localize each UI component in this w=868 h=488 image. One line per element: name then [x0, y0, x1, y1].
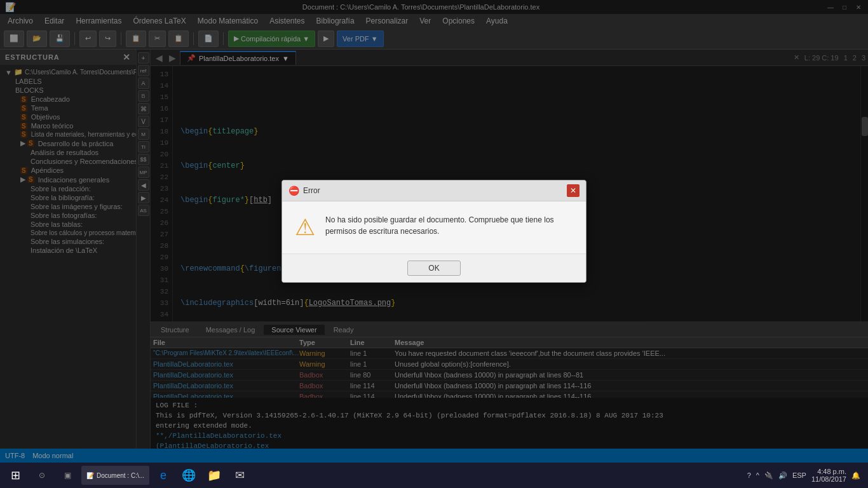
taskbar-search-icon[interactable]: ⊙: [31, 464, 53, 487]
dialog-error-icon: ⛔: [288, 186, 299, 196]
taskbar-edge-icon[interactable]: e: [152, 464, 175, 487]
dialog-body: ⚠ No ha sido posible guardar el document…: [282, 201, 586, 254]
taskbar-volume-icon: 🔊: [778, 471, 787, 480]
taskbar-chevron-icon[interactable]: ^: [756, 471, 759, 479]
taskbar: ⊞ ⊙ ▣ 📝 Document : C:\... e 🌐 📁 ✉ ? ^ 🔌 …: [0, 463, 868, 488]
dialog-warning-icon: ⚠: [295, 214, 315, 241]
error-dialog: ⛔ Error ✕ ⚠ No ha sido posible guardar e…: [281, 180, 587, 283]
taskbar-chrome-icon[interactable]: 🌐: [177, 464, 200, 487]
taskbar-right: ? ^ 🔌 🔊 ESP 4:48 p.m. 11/08/2017 🔔: [747, 468, 865, 483]
taskbar-notifications-icon[interactable]: 🔔: [851, 471, 860, 480]
dialog-titlebar: ⛔ Error ✕: [282, 180, 586, 201]
dialog-overlay: ⛔ Error ✕ ⚠ No ha sido posible guardar e…: [0, 0, 868, 463]
dialog-ok-button[interactable]: OK: [407, 261, 460, 276]
taskbar-help-icon[interactable]: ?: [747, 471, 751, 479]
taskbar-mail-icon[interactable]: ✉: [228, 464, 251, 487]
dialog-title-label: Error: [303, 186, 320, 195]
dialog-message: No ha sido posible guardar el documento.…: [325, 214, 573, 237]
dialog-footer: OK: [282, 254, 586, 282]
taskbar-lang: ESP: [792, 471, 806, 479]
taskbar-files-icon[interactable]: 📁: [203, 464, 226, 487]
taskbar-app-icon: 📝: [86, 472, 94, 479]
taskbar-date: 11/08/2017: [811, 475, 846, 483]
taskbar-app-label: Document : C:\...: [97, 472, 144, 479]
dialog-close-button[interactable]: ✕: [567, 184, 580, 197]
taskbar-taskview-icon[interactable]: ▣: [56, 464, 79, 487]
start-button[interactable]: ⊞: [3, 464, 28, 487]
taskbar-network-icon: 🔌: [764, 471, 773, 480]
taskbar-texstudio-app[interactable]: 📝 Document : C:\...: [81, 466, 149, 485]
taskbar-time: 4:48 p.m.: [811, 468, 846, 475]
